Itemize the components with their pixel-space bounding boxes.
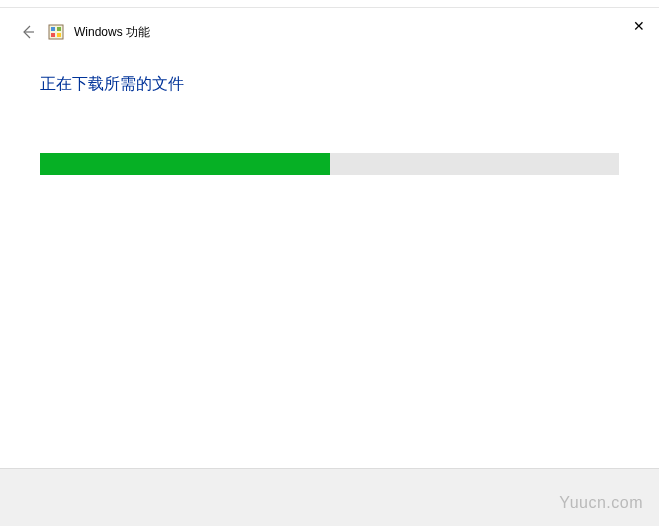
status-heading: 正在下载所需的文件 — [40, 74, 619, 95]
back-arrow-icon — [20, 24, 36, 40]
windows-features-icon — [48, 24, 64, 40]
svg-rect-3 — [51, 33, 55, 37]
window-title: Windows 功能 — [74, 24, 150, 41]
svg-rect-1 — [51, 27, 55, 31]
progress-bar — [40, 153, 619, 175]
header: Windows 功能 — [0, 8, 659, 42]
svg-rect-4 — [57, 33, 61, 37]
close-button[interactable]: ✕ — [627, 14, 651, 38]
back-button[interactable] — [18, 22, 38, 42]
content-area: 正在下载所需的文件 — [0, 42, 659, 175]
watermark-text: Yuucn.com — [559, 494, 643, 512]
titlebar — [0, 0, 659, 8]
svg-rect-2 — [57, 27, 61, 31]
progress-fill — [40, 153, 330, 175]
